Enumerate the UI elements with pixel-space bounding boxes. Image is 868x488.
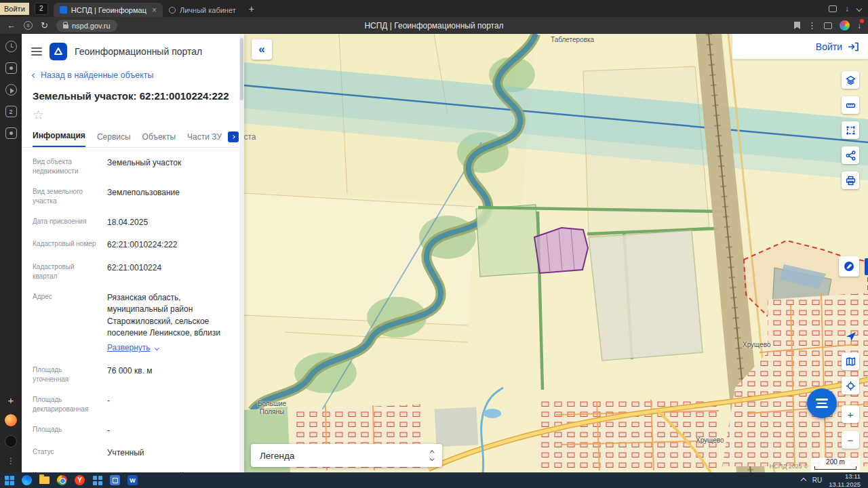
panel-collapse-button[interactable]: « [252, 39, 272, 60]
zoom-in-button[interactable]: + [842, 405, 859, 423]
login-button[interactable]: Войти [732, 34, 868, 59]
assistant-icon[interactable] [5, 414, 17, 426]
legend-bar[interactable]: Легенда [251, 444, 442, 467]
field-row: Площадь - [22, 420, 244, 442]
rail-add-icon[interactable]: + [8, 395, 14, 405]
back-to-results-link[interactable]: Назад в найденные объекты [22, 67, 244, 83]
windows-taskbar: Y W RU 13:11 13.11.2025 [0, 472, 868, 488]
print-button[interactable] [842, 171, 859, 189]
field-row-address: Адрес Рязанская область, муниципальный р… [22, 287, 244, 360]
yandex-browser-icon[interactable]: Y [74, 474, 85, 486]
url-field[interactable]: nspd.gov.ru [56, 20, 117, 32]
scale-line [814, 466, 856, 470]
share-button[interactable] [842, 146, 859, 164]
menu-hamburger-icon[interactable] [31, 47, 42, 56]
browser-side-rail: 2 + ⋮ [0, 34, 22, 472]
measure-area-button[interactable] [842, 121, 859, 139]
stray-login-tooltip: Войти [0, 3, 29, 15]
draw-button[interactable] [839, 256, 859, 277]
field-row: Кадастровый квартал 62:21:0010224 [22, 257, 244, 287]
play-icon[interactable] [5, 84, 17, 96]
panel-tabs: Информация Сервисы Объекты Части ЗУ Сост… [22, 123, 244, 148]
zoom-out-button[interactable]: − [842, 431, 859, 449]
start-button[interactable] [3, 474, 15, 486]
browser-tab-account[interactable]: Личный кабинет [163, 3, 242, 17]
scrollbar-thumb[interactable] [240, 38, 243, 100]
favorite-star-icon[interactable]: ☆ [22, 104, 244, 123]
expand-address-link[interactable]: Развернуть [107, 342, 233, 354]
clock[interactable]: 13:11 13.11.2025 [829, 472, 861, 488]
tray-expand-icon[interactable] [800, 477, 806, 483]
parcel-title: Земельный участок: 62:21:0010224:222 [22, 83, 244, 104]
field-row: Статус Учтенный [22, 442, 244, 464]
back-icon[interactable]: ← [7, 21, 16, 30]
ruler-button[interactable] [842, 96, 859, 114]
profile-avatar[interactable] [840, 20, 850, 30]
field-row: Вид земельного участка Землепользование [22, 182, 244, 211]
assistant-chat-button[interactable] [807, 388, 837, 418]
tabs-scroll-button[interactable] [228, 131, 239, 142]
layers-button[interactable] [842, 71, 859, 89]
theme-icon[interactable] [5, 435, 17, 447]
bookmarks-icon[interactable] [5, 62, 17, 74]
extension-ball-icon[interactable]: 8 [24, 21, 33, 30]
lock-icon [63, 24, 68, 28]
login-exit-icon [848, 42, 859, 52]
browser-tab-bar: Войти 2 НСПД | Геоинформац × Личный каби… [0, 0, 868, 17]
apps-grid-icon[interactable] [92, 474, 103, 486]
media-icon[interactable] [5, 127, 17, 139]
crosshair-button[interactable] [842, 377, 859, 394]
bookmark-flag-icon[interactable] [794, 22, 800, 29]
chevron-down-icon [155, 346, 159, 350]
chrome-icon[interactable] [56, 474, 68, 486]
locate-me-button[interactable] [845, 330, 857, 345]
nspd-favicon-icon [60, 6, 67, 14]
history-icon[interactable] [5, 41, 17, 52]
globe-favicon-icon [169, 7, 176, 14]
tab-information[interactable]: Информация [33, 131, 85, 147]
overflow-menu-icon[interactable]: ⋮ [808, 21, 816, 30]
panel-scrollbar[interactable] [239, 34, 244, 472]
map-tools [842, 71, 859, 189]
edge-icon[interactable] [21, 474, 33, 486]
notification-dot [860, 19, 864, 23]
map-viewport: Таблетеровка Хрущево Хрущево Большие Пол… [244, 34, 868, 472]
tab-objects[interactable]: Объекты [142, 132, 176, 147]
extension-badge-icon[interactable]: 2 [35, 3, 48, 15]
language-indicator[interactable]: RU [812, 476, 822, 484]
tab-parts[interactable]: Части ЗУ [187, 132, 222, 147]
word-icon[interactable]: W [127, 474, 138, 486]
scale-bar: 200 m [811, 458, 860, 472]
legend-toggle-icon[interactable] [431, 451, 434, 460]
browser-tab-nspd[interactable]: НСПД | Геоинформац × [54, 3, 163, 17]
screen: Войти 2 НСПД | Геоинформац × Личный каби… [0, 0, 868, 488]
tab-search-icon[interactable] [856, 5, 862, 11]
new-tab-button[interactable]: + [249, 3, 254, 14]
tab-panels-icon[interactable] [829, 5, 837, 12]
draw-panel-tab[interactable] [865, 258, 868, 275]
rail-menu-icon[interactable]: ⋮ [7, 456, 15, 466]
chevron-left-icon [32, 73, 37, 77]
calculator-icon[interactable] [109, 474, 121, 486]
field-row: Площадь декларированная - [22, 390, 244, 420]
reload-icon[interactable]: ↻ [41, 21, 48, 30]
messages-icon[interactable]: 2 [5, 106, 17, 117]
object-info-panel: Геоинформационный портал Назад в найденн… [22, 34, 244, 472]
file-explorer-icon[interactable] [39, 474, 50, 486]
map-canvas[interactable] [244, 34, 868, 472]
selected-parcel[interactable] [534, 228, 588, 273]
field-row: Дата присвоения 18.04.2025 [22, 211, 244, 234]
map-attribution: НСПД 2025 © [770, 463, 808, 470]
nspd-logo [50, 43, 67, 60]
basemap-button[interactable] [842, 352, 859, 370]
tab-services[interactable]: Сервисы [97, 132, 131, 147]
downloads-icon[interactable]: ↓ [845, 4, 849, 14]
field-row: Вид объекта недвижимости Земельный участ… [22, 152, 244, 182]
attribute-list: Вид объекта недвижимости Земельный участ… [22, 148, 244, 488]
sidebar-toggle-icon[interactable] [824, 22, 832, 29]
field-row: Площадь уточненная 76 000 кв. м [22, 360, 244, 390]
browser-address-bar: ← 8 ↻ nspd.gov.ru НСПД | Геоинформационн… [0, 17, 868, 34]
tab-close-icon[interactable]: × [152, 6, 157, 14]
notifications-icon[interactable]: ↓ [857, 21, 861, 30]
window-title: НСПД | Геоинформационный портал [0, 21, 868, 30]
